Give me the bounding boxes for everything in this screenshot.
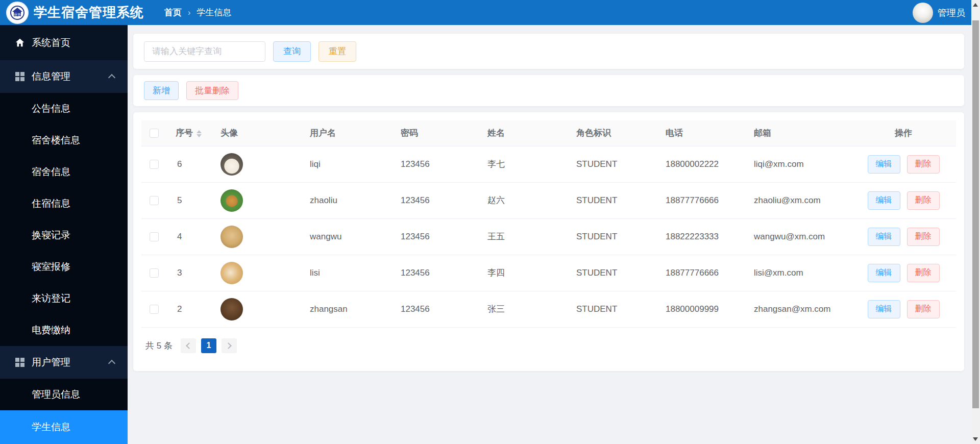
cell-index: 5 (167, 182, 210, 218)
cell-phone: 18877776666 (655, 255, 744, 291)
sidebar-item-label: 换寝记录 (32, 229, 70, 242)
sidebar-item-label: 电费缴纳 (32, 324, 70, 337)
chevron-up-icon (108, 360, 115, 367)
cell-password: 123456 (390, 291, 477, 327)
delete-button[interactable]: 删除 (907, 155, 940, 174)
sidebar-item-visitor-registration[interactable]: 来访登记 (0, 283, 128, 314)
sidebar-item-label: 系统首页 (32, 36, 70, 50)
chevron-right-icon (225, 342, 232, 349)
edit-button[interactable]: 编辑 (868, 264, 900, 282)
col-phone: 电话 (655, 120, 744, 146)
sidebar-item-bed-change-records[interactable]: 换寝记录 (0, 219, 128, 251)
search-input[interactable] (144, 41, 265, 62)
sidebar-item-dorm-repair[interactable]: 寝室报修 (0, 251, 128, 283)
cell-email: wangwu@xm.com (744, 218, 851, 255)
select-all-checkbox[interactable] (150, 129, 159, 138)
sidebar-group-user-management[interactable]: 用户管理 (0, 346, 128, 379)
app-logo-icon: 宿舍 (6, 2, 29, 24)
col-username: 用户名 (300, 120, 390, 146)
sidebar-item-label: 公告信息 (32, 102, 70, 115)
cell-name: 王五 (477, 218, 566, 255)
cell-name: 赵六 (477, 182, 566, 218)
sidebar-item-dorm-info[interactable]: 宿舍信息 (0, 156, 128, 188)
student-avatar (220, 262, 243, 284)
table-row: 4 wangwu 123456 王五 STUDENT 18822223333 w… (141, 218, 956, 255)
scrollbar-up-arrow-icon[interactable] (973, 3, 978, 7)
col-name: 姓名 (477, 120, 566, 146)
cell-name: 李四 (477, 255, 566, 291)
cell-phone: 18800002222 (655, 146, 744, 182)
query-button[interactable]: 查询 (273, 41, 311, 62)
cell-username: liqi (300, 146, 390, 182)
cell-username: zhangsan (300, 291, 390, 327)
cell-password: 123456 (390, 218, 477, 255)
col-password: 密码 (390, 120, 477, 146)
cell-phone: 18800009999 (655, 291, 744, 327)
cell-phone: 18877776666 (655, 182, 744, 218)
page-number-active[interactable]: 1 (201, 338, 216, 353)
cell-role: STUDENT (566, 255, 655, 291)
prev-page-button[interactable] (181, 338, 196, 353)
main-content: 查询 重置 新增 批量删除 (128, 25, 971, 444)
table-panel: 序号 头像 用户名 密码 姓名 角色标识 电话 邮箱 操作 (133, 112, 964, 371)
sidebar-item-electricity-payment[interactable]: 电费缴纳 (0, 314, 128, 346)
student-avatar (220, 189, 243, 212)
search-panel: 查询 重置 (133, 34, 964, 69)
col-index: 序号 (167, 120, 210, 146)
sidebar-group-label: 用户管理 (32, 356, 70, 369)
sidebar-item-system-home[interactable]: 系统首页 (0, 25, 128, 60)
next-page-button[interactable] (222, 338, 237, 353)
row-checkbox[interactable] (150, 232, 159, 241)
row-checkbox[interactable] (150, 268, 159, 278)
sidebar-item-label: 住宿信息 (32, 197, 70, 210)
table-row: 3 lisi 123456 李四 STUDENT 18877776666 lis… (141, 255, 956, 291)
col-email: 邮箱 (744, 120, 851, 146)
batch-delete-button[interactable]: 批量删除 (186, 81, 238, 100)
home-icon (14, 37, 26, 48)
scrollbar-thumb[interactable] (972, 20, 979, 408)
scrollbar-down-arrow-icon[interactable] (973, 437, 978, 441)
cell-role: STUDENT (566, 182, 655, 218)
delete-button[interactable]: 删除 (907, 300, 940, 318)
browser-scrollbar[interactable] (971, 0, 980, 444)
breadcrumb: 首页 › 学生信息 (164, 7, 231, 18)
delete-button[interactable]: 删除 (907, 228, 940, 246)
edit-button[interactable]: 编辑 (868, 155, 900, 174)
sort-caret-icon[interactable] (197, 130, 202, 137)
row-checkbox[interactable] (150, 305, 159, 314)
student-avatar (220, 298, 243, 320)
chevron-up-icon (108, 74, 115, 81)
col-actions: 操作 (851, 120, 956, 146)
cell-email: liqi@xm.com (744, 146, 851, 182)
student-avatar (220, 226, 243, 248)
table-header-row: 序号 头像 用户名 密码 姓名 角色标识 电话 邮箱 操作 (141, 120, 956, 146)
edit-button[interactable]: 编辑 (868, 191, 900, 210)
sidebar-item-accommodation-info[interactable]: 住宿信息 (0, 188, 128, 219)
cell-role: STUDENT (566, 291, 655, 327)
delete-button[interactable]: 删除 (907, 191, 940, 210)
sidebar-item-admin-info[interactable]: 管理员信息 (0, 379, 128, 410)
breadcrumb-home[interactable]: 首页 (164, 7, 182, 18)
edit-button[interactable]: 编辑 (868, 228, 900, 246)
add-button[interactable]: 新增 (144, 81, 179, 100)
sidebar-item-label: 宿舍楼信息 (32, 134, 80, 147)
delete-button[interactable]: 删除 (907, 264, 940, 282)
cell-index: 3 (167, 255, 210, 291)
sidebar-item-student-info[interactable]: 学生信息 (0, 410, 128, 444)
reset-button[interactable]: 重置 (318, 41, 356, 62)
edit-button[interactable]: 编辑 (868, 300, 900, 318)
row-checkbox[interactable] (150, 160, 159, 169)
cell-email: zhangsan@xm.com (744, 291, 851, 327)
sidebar-item-notice-info[interactable]: 公告信息 (0, 93, 128, 125)
sidebar-group-info-management[interactable]: 信息管理 (0, 60, 128, 93)
pagination: 共 5 条 1 (141, 328, 956, 363)
admin-label[interactable]: 管理员 (938, 7, 965, 19)
row-checkbox[interactable] (150, 196, 159, 205)
student-avatar (220, 153, 243, 176)
app-title: 学生宿舍管理系统 (34, 4, 144, 21)
admin-menu[interactable]: 管理员 (913, 3, 971, 23)
sidebar-item-dorm-building-info[interactable]: 宿舍楼信息 (0, 125, 128, 156)
cell-password: 123456 (390, 146, 477, 182)
cell-name: 李七 (477, 146, 566, 182)
admin-avatar[interactable] (913, 3, 933, 23)
